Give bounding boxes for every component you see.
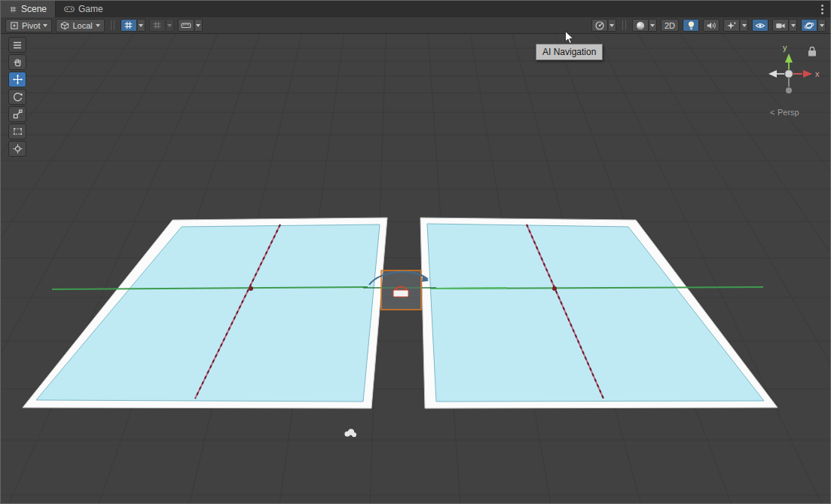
toolbar-separator <box>111 20 115 30</box>
chevron-down-icon <box>742 24 747 27</box>
chevron-down-icon <box>196 24 200 27</box>
chevron-down-icon <box>167 24 172 27</box>
scene-billboard-icon[interactable] <box>344 429 356 437</box>
table-right-center-marker <box>552 286 557 291</box>
pivot-dropdown[interactable]: Pivot <box>5 19 52 32</box>
rotate-icon <box>12 91 23 102</box>
rect-tool[interactable] <box>8 124 26 139</box>
scene-camera-button[interactable] <box>772 19 789 32</box>
scene-grid-icon <box>9 5 17 14</box>
table-left[interactable] <box>23 218 387 408</box>
scale-tool[interactable] <box>8 106 26 122</box>
transform-tool[interactable] <box>8 141 26 157</box>
chevron-down-icon <box>650 24 655 27</box>
gizmo-center[interactable] <box>785 70 793 78</box>
local-dropdown[interactable]: Local <box>56 19 104 32</box>
tooltip-text: AI Navigation <box>542 47 596 57</box>
chevron-down-icon <box>791 24 796 27</box>
grid-visibility-dropdown[interactable] <box>166 19 174 32</box>
unity-editor-window: Scene Game Pivot Local <box>0 0 831 504</box>
hamburger-icon <box>12 41 23 50</box>
chevron-down-icon <box>139 24 143 27</box>
table-left-center-marker <box>249 286 253 291</box>
scene-orientation-gizmo[interactable]: y x < Persp <box>768 43 820 117</box>
chevron-down-icon <box>610 24 614 27</box>
hand-icon <box>12 57 23 68</box>
shaded-sphere-icon <box>635 20 646 31</box>
tooltip: AI Navigation <box>536 44 603 60</box>
grid-icon <box>152 20 162 30</box>
draw-mode-button[interactable] <box>632 19 649 32</box>
draw-mode-dropdown[interactable] <box>649 19 657 32</box>
gizmo-y-label: y <box>783 43 787 52</box>
grid-snapping-toggle[interactable] <box>121 19 137 32</box>
gizmos-dropdown[interactable] <box>817 19 826 32</box>
persp-label[interactable]: Persp <box>778 108 799 117</box>
tab-options-kebab-icon[interactable] <box>817 4 826 14</box>
tab-scene[interactable]: Scene <box>1 1 56 17</box>
chevron-down-icon <box>820 24 824 27</box>
snap-grid-icon <box>124 20 133 30</box>
tab-game-label: Game <box>78 4 103 14</box>
table-right[interactable] <box>420 218 778 408</box>
toolbar-separator <box>622 20 626 30</box>
link-base-icon <box>393 290 408 297</box>
gizmo-axis-y[interactable] <box>785 53 793 63</box>
ai-navigation-icon <box>594 20 605 31</box>
effects-dropdown[interactable] <box>740 19 748 32</box>
ai-navigation-button[interactable] <box>591 19 608 32</box>
tab-game[interactable]: Game <box>56 1 112 17</box>
rect-tool-icon <box>12 126 23 137</box>
scene-lighting-toggle[interactable] <box>683 19 699 32</box>
move-arrows-icon <box>12 74 23 85</box>
2d-toggle[interactable]: 2D <box>661 19 679 32</box>
2d-label: 2D <box>664 21 675 30</box>
pivot-label: Pivot <box>22 21 40 30</box>
gizmo-x-label: x <box>815 69 820 78</box>
chevron-down-icon <box>96 24 100 27</box>
tools-overlay <box>8 37 26 157</box>
measure-tool-dropdown[interactable] <box>194 19 203 32</box>
perspective-grid <box>1 34 831 504</box>
transform-icon <box>12 143 23 154</box>
tab-bar: Scene Game <box>1 1 830 18</box>
scene-camera-dropdown[interactable] <box>789 19 797 32</box>
eye-icon <box>755 21 765 30</box>
game-pad-icon <box>64 5 75 13</box>
scene-visibility-toggle[interactable] <box>752 19 768 32</box>
grid-visibility-toggle[interactable] <box>149 19 166 32</box>
ai-navigation-dropdown[interactable] <box>608 19 616 32</box>
camera-icon <box>775 20 786 31</box>
local-cube-icon <box>60 21 69 30</box>
measure-tool-toggle[interactable] <box>178 19 194 32</box>
effects-toggle[interactable] <box>723 19 740 32</box>
scene-audio-toggle[interactable] <box>703 19 719 32</box>
lightbulb-icon <box>686 20 696 31</box>
gizmos-toggle[interactable] <box>801 19 817 32</box>
tab-scene-label: Scene <box>21 4 47 14</box>
grid-snapping-dropdown[interactable] <box>137 19 145 32</box>
ruler-icon <box>181 20 191 30</box>
scene-toolbar: Pivot Local <box>1 17 830 34</box>
orbit-gizmo-icon <box>804 20 814 31</box>
view-hand-tool[interactable] <box>8 54 26 70</box>
sparkle-effects-icon <box>726 20 737 31</box>
gizmo-axis-back[interactable] <box>786 87 792 93</box>
local-label: Local <box>72 21 92 30</box>
rotate-tool[interactable] <box>8 89 26 105</box>
persp-chevron: < <box>770 108 774 117</box>
overlay-menu-button[interactable] <box>8 37 26 53</box>
chevron-down-icon <box>43 24 47 27</box>
pivot-icon <box>10 21 19 30</box>
scale-icon <box>12 108 23 120</box>
move-tool[interactable] <box>8 72 26 87</box>
scene-viewport[interactable]: y x < Persp <box>1 34 831 504</box>
speaker-icon <box>706 20 716 31</box>
